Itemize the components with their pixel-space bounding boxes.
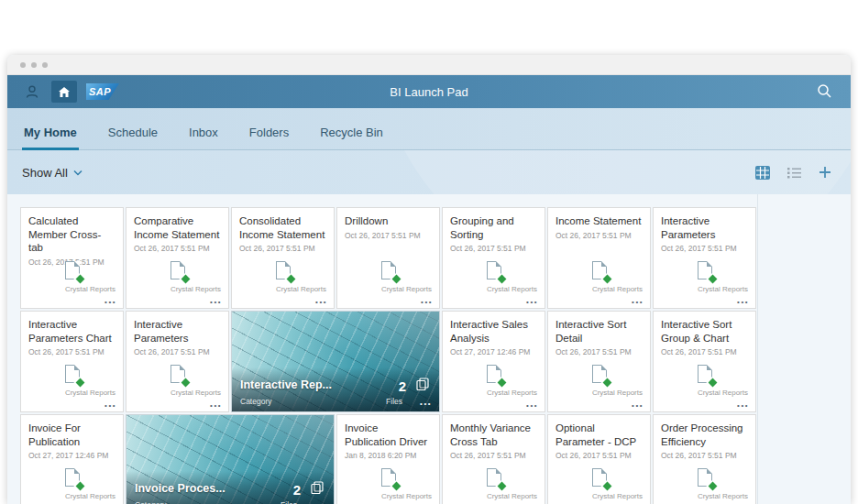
tile-date: Jan 8, 2018 6:20 PM (337, 448, 439, 460)
tile-content-area: Calculated Member Cross-tabOct 26, 2017 … (7, 194, 851, 504)
report-tile[interactable]: Monthly Variance Cross TabOct 26, 2017 5… (442, 414, 545, 504)
report-tile[interactable]: Interactive Parameters ChartOct 26, 2017… (20, 311, 124, 412)
report-tile[interactable]: Interactive Sort DetailOct 26, 2017 5:51… (547, 311, 651, 412)
add-button[interactable] (816, 163, 834, 181)
tile-type-label: Crystal Reports (381, 285, 432, 293)
category-subtitle: Category (240, 397, 272, 406)
tile-date: Oct 27, 2017 12:46 PM (443, 345, 544, 356)
crystal-reports-icon (65, 365, 80, 383)
category-tile[interactable]: Interactive Rep...Category2Files••• (231, 311, 440, 412)
filter-toolbar: Show All (7, 150, 851, 194)
report-tile[interactable]: Invoice Publication DriverJan 8, 2018 6:… (336, 414, 440, 504)
report-tile[interactable]: Order Processing EfficiencyOct 26, 2017 … (653, 414, 756, 504)
tile-date: Oct 26, 2017 5:51 PM (443, 241, 544, 253)
tile-menu-button[interactable]: ••• (210, 401, 222, 410)
report-tile[interactable]: Optional Parameter - DCPOct 26, 2017 5:5… (547, 414, 651, 504)
tile-title: Invoice Publication Driver (337, 415, 439, 448)
tile-title: Interactive Parameters (654, 208, 755, 241)
show-all-label: Show All (22, 166, 68, 180)
crystal-reports-icon (487, 365, 501, 383)
tab-recycle-bin[interactable]: Recycle Bin (318, 126, 385, 149)
plus-icon (819, 166, 831, 179)
tab-my-home[interactable]: My Home (22, 126, 79, 149)
tile-title: Interactive Parameters Chart (21, 312, 123, 345)
tile-menu-button[interactable]: ••• (104, 401, 116, 410)
report-tile[interactable]: Income StatementOct 26, 2017 5:51 PMCrys… (547, 207, 651, 309)
page-title: BI Launch Pad (7, 85, 851, 99)
tile-menu-button[interactable]: ••• (526, 298, 538, 306)
search-icon (816, 82, 832, 99)
user-menu-button[interactable] (22, 82, 42, 102)
category-tile[interactable]: Invoice Proces...Category2Files••• (126, 414, 335, 504)
tab-schedule[interactable]: Schedule (106, 126, 160, 149)
crystal-reports-icon (381, 468, 396, 487)
crystal-reports-icon (487, 468, 501, 487)
sap-logo: SAP (86, 83, 119, 100)
report-tile[interactable]: Comparative Income StatementOct 26, 2017… (126, 207, 229, 309)
tile-date: Oct 26, 2017 5:51 PM (337, 228, 439, 240)
tab-inbox[interactable]: Inbox (187, 126, 220, 149)
window-titlebar[interactable] (7, 55, 851, 75)
tile-menu-button[interactable]: ••• (421, 298, 433, 306)
app-chrome: SAP BI Launch Pad My Home Schedule Inbox… (7, 75, 851, 194)
report-tile[interactable]: Consolidated Income StatementOct 26, 201… (231, 207, 335, 309)
tile-title: Consolidated Income Statement (232, 208, 334, 241)
list-view-button[interactable] (785, 163, 803, 181)
tile-type-label: Crystal Reports (65, 389, 116, 397)
tile-menu-button[interactable]: ••• (210, 298, 222, 306)
crystal-reports-icon (698, 365, 712, 383)
report-tile[interactable]: Interactive ParametersOct 26, 2017 5:51 … (653, 207, 756, 309)
search-button[interactable] (816, 82, 834, 101)
report-tile[interactable]: Grouping and SortingOct 26, 2017 5:51 PM… (442, 207, 545, 309)
tile-menu-button[interactable]: ••• (737, 298, 749, 306)
tile-date: Oct 27, 2017 12:46 PM (21, 448, 123, 460)
report-tile[interactable]: Calculated Member Cross-tabOct 26, 2017 … (20, 207, 124, 309)
crystal-reports-icon (592, 365, 607, 383)
crystal-reports-icon (592, 261, 607, 279)
tile-date: Oct 26, 2017 5:51 PM (654, 241, 755, 253)
tile-menu-button[interactable]: ••• (315, 298, 327, 306)
grid-view-button[interactable] (754, 163, 772, 181)
category-subtitle: Category (135, 500, 167, 504)
tile-date: Oct 26, 2017 5:51 PM (654, 448, 755, 460)
view-controls (754, 163, 834, 181)
tile-menu-button[interactable]: ••• (526, 401, 538, 410)
tile-type-label: Crystal Reports (487, 389, 537, 397)
crystal-reports-icon (170, 365, 185, 383)
window-control-dot[interactable] (31, 62, 37, 68)
stacked-files-icon (416, 378, 429, 394)
report-tile[interactable]: Interactive Sales AnalysisOct 27, 2017 1… (442, 311, 545, 412)
tile-title: Comparative Income Statement (126, 208, 228, 241)
tile-menu-button[interactable]: ••• (632, 401, 644, 410)
category-title: Interactive Rep... (240, 378, 332, 391)
crystal-reports-icon (698, 468, 712, 487)
crystal-reports-icon (487, 261, 501, 279)
stacked-files-icon (311, 481, 324, 498)
tile-menu-button[interactable]: ••• (632, 298, 644, 306)
tile-type-label: Crystal Reports (592, 492, 643, 500)
tile-title: Calculated Member Cross-tab (21, 208, 123, 255)
tile-date: Oct 26, 2017 5:51 PM (126, 345, 228, 356)
home-button[interactable] (51, 81, 77, 103)
report-tile[interactable]: DrilldownOct 26, 2017 5:51 PMCrystal Rep… (336, 207, 440, 309)
tile-title: Interactive Sales Analysis (443, 312, 544, 345)
report-tile[interactable]: Interactive ParametersOct 26, 2017 5:51 … (126, 311, 229, 412)
category-title: Invoice Proces... (135, 482, 226, 495)
report-tile[interactable]: Interactive Sort Group & ChartOct 26, 20… (653, 311, 756, 412)
tile-date: Oct 26, 2017 5:51 PM (654, 345, 755, 356)
report-tile[interactable]: Invoice For PublicationOct 27, 2017 12:4… (20, 414, 124, 504)
tile-title: Interactive Sort Group & Chart (654, 312, 755, 345)
window-control-dot[interactable] (42, 62, 48, 68)
tab-bar: My Home Schedule Inbox Folders Recycle B… (7, 108, 851, 150)
tile-title: Drilldown (337, 208, 439, 228)
tile-date: Oct 26, 2017 5:51 PM (548, 345, 650, 356)
tile-menu-button[interactable]: ••• (420, 400, 432, 408)
tile-type-label: Crystal Reports (65, 285, 116, 293)
person-icon (25, 84, 39, 99)
tab-folders[interactable]: Folders (248, 126, 291, 149)
tile-menu-button[interactable]: ••• (104, 298, 116, 306)
show-all-dropdown[interactable]: Show All (22, 166, 82, 180)
window-control-dot[interactable] (20, 62, 26, 68)
crystal-reports-icon (381, 261, 396, 279)
tile-menu-button[interactable]: ••• (737, 401, 749, 410)
